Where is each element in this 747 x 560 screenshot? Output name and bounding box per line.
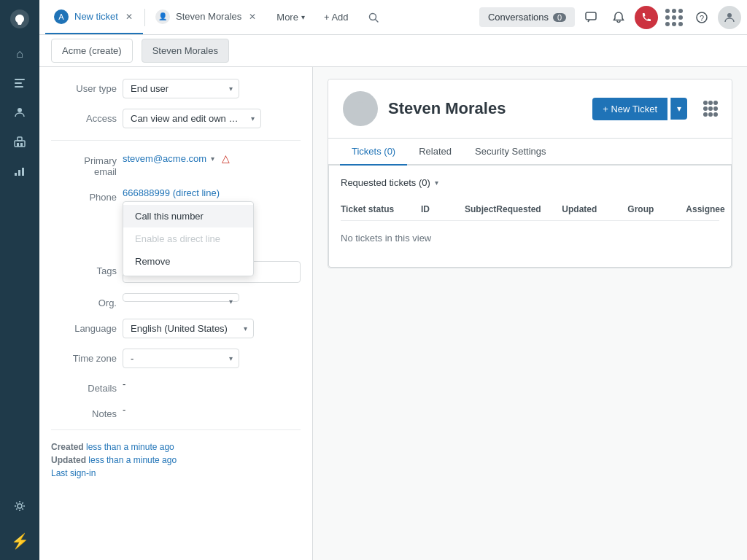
grid-dots	[665, 9, 683, 26]
user-header-actions: + New Ticket ▾	[592, 98, 687, 120]
new-ticket-button[interactable]: + New Ticket	[592, 98, 667, 120]
users-icon[interactable]	[7, 99, 33, 125]
reports-icon[interactable]	[7, 158, 33, 184]
content: User type End user ▾ Access Can view and…	[39, 67, 747, 560]
apps-icon[interactable]	[662, 6, 686, 29]
primary-email-dropdown-arrow[interactable]: ▾	[211, 155, 214, 163]
tickets-section: Requested tickets (0) ▾ Ticket status ID…	[328, 166, 732, 268]
language-select[interactable]: English (United States) ▾	[123, 319, 254, 338]
tab-steven-label: Steven Morales	[176, 11, 241, 22]
new-ticket-dropdown-button[interactable]: ▾	[670, 98, 687, 120]
col-ticket-status: Ticket status	[341, 204, 421, 214]
svg-point-17	[727, 13, 732, 18]
search-icon[interactable]	[362, 6, 385, 29]
bell-icon[interactable]	[607, 6, 630, 29]
phone-icon[interactable]	[635, 6, 658, 29]
help-icon[interactable]: ?	[690, 6, 713, 29]
svg-point-4	[18, 108, 22, 112]
tab-more[interactable]: More ▾	[268, 0, 314, 34]
notes-value: -	[123, 404, 301, 415]
left-footer: Created less than a minute ago Updated l…	[51, 429, 301, 478]
tab-bar: A New ticket ✕ 👤 Steven Morales ✕ More ▾…	[39, 0, 747, 35]
details-row: Details -	[51, 378, 301, 394]
section-divider-1	[51, 140, 301, 141]
primary-email-row: Primary Primary email email stevem@acme.…	[51, 152, 301, 177]
tab-related[interactable]: Related	[407, 139, 463, 166]
org-icon[interactable]	[7, 128, 33, 155]
col-subject: Subject	[465, 204, 496, 214]
col-requested: Requested	[496, 204, 562, 214]
created-label: Created	[51, 442, 84, 452]
access-row: Access Can view and edit own tick... ▾	[51, 109, 301, 128]
created-info: Created less than a minute ago	[51, 442, 301, 452]
conversations-badge: 0	[553, 13, 566, 22]
updated-value[interactable]: less than a minute ago	[88, 455, 177, 465]
access-select[interactable]: Can view and edit own tick... ▾	[123, 109, 261, 128]
tab-security-settings[interactable]: Security Settings	[463, 139, 558, 166]
tickets-icon[interactable]	[7, 70, 33, 96]
user-name: Steven Morales	[388, 99, 506, 118]
language-value: English (United States) ▾	[123, 319, 301, 338]
phone-dropdown: Call this number Enable as direct line R…	[123, 201, 254, 276]
primary-email-text[interactable]: stevem@acme.com	[123, 153, 206, 164]
home-icon[interactable]: ⌂	[7, 41, 33, 67]
user-type-arrow: ▾	[229, 85, 233, 93]
grid-toggle[interactable]	[703, 101, 717, 117]
tab-steven-close[interactable]: ✕	[247, 10, 258, 23]
user-tabs: Tickets (0) Related Security Settings	[328, 139, 732, 166]
notes-label: Notes	[51, 404, 117, 419]
notes-row: Notes -	[51, 404, 301, 419]
user-avatar	[343, 91, 378, 126]
breadcrumb-acme-label: Acme (create)	[62, 45, 122, 56]
logo[interactable]	[7, 6, 33, 32]
svg-point-12	[18, 504, 22, 508]
zendesk-logo-icon[interactable]: ⚡	[7, 528, 33, 554]
org-select[interactable]: ▾	[123, 293, 239, 302]
svg-text:?: ?	[700, 14, 704, 23]
timezone-value: - ▾	[123, 349, 301, 368]
breadcrumb-acme[interactable]: Acme (create)	[51, 39, 133, 63]
created-value[interactable]: less than a minute ago	[86, 442, 174, 452]
svg-rect-1	[15, 79, 25, 80]
phone-value: 666888999 (direct line) Call this number…	[123, 187, 301, 198]
last-signin-label[interactable]: Last sign-in	[51, 468, 96, 478]
tab-add[interactable]: + Add	[315, 0, 357, 34]
svg-rect-8	[20, 143, 23, 147]
svg-rect-11	[22, 168, 24, 176]
phone-number-text[interactable]: 666888999 (direct line)	[123, 187, 220, 198]
col-id: ID	[421, 204, 465, 214]
requested-header[interactable]: Requested tickets (0) ▾	[341, 177, 719, 188]
chat-icon[interactable]	[579, 6, 603, 29]
tab-steven-morales[interactable]: 👤 Steven Morales ✕	[147, 0, 266, 34]
user-avatar-btn[interactable]	[718, 6, 741, 29]
requested-chevron: ▾	[435, 179, 438, 187]
timezone-row: Time zone - ▾	[51, 349, 301, 368]
user-type-select[interactable]: End user ▾	[123, 79, 239, 98]
access-value: Can view and edit own tick... ▾	[123, 109, 301, 128]
phone-call-item[interactable]: Call this number	[123, 205, 253, 228]
col-updated: Updated	[562, 204, 627, 214]
timezone-arrow: ▾	[229, 354, 233, 362]
phone-remove-item[interactable]: Remove	[123, 250, 253, 273]
user-header: Steven Morales + New Ticket ▾	[328, 79, 732, 139]
timezone-select[interactable]: - ▾	[123, 349, 239, 368]
admin-icon[interactable]	[7, 493, 33, 519]
org-label: Org.	[51, 293, 117, 308]
tab-new-ticket[interactable]: A New ticket ✕	[45, 0, 143, 34]
user-name-container: Steven Morales	[388, 99, 506, 118]
secondary-nav: Acme (create) Steven Morales	[39, 35, 747, 67]
new-ticket-tab-icon: A	[54, 9, 69, 24]
col-assignee: Assignee	[686, 204, 744, 214]
svg-rect-7	[17, 143, 19, 147]
user-panel-wrapper: Steven Morales + New Ticket ▾	[328, 79, 732, 268]
svg-point-18	[357, 102, 364, 109]
grid-view-icon	[703, 101, 717, 117]
last-signin-info: Last sign-in	[51, 468, 301, 478]
org-value: ▾	[123, 293, 301, 302]
breadcrumb-steven[interactable]: Steven Morales	[142, 39, 229, 63]
tab-tickets[interactable]: Tickets (0)	[340, 139, 407, 166]
conversations-button[interactable]: Conversations 0	[479, 7, 575, 27]
tab-new-ticket-close[interactable]: ✕	[124, 10, 134, 23]
phone-enable-direct-item: Enable as direct line	[123, 228, 253, 250]
tab-add-label: + Add	[324, 12, 349, 23]
